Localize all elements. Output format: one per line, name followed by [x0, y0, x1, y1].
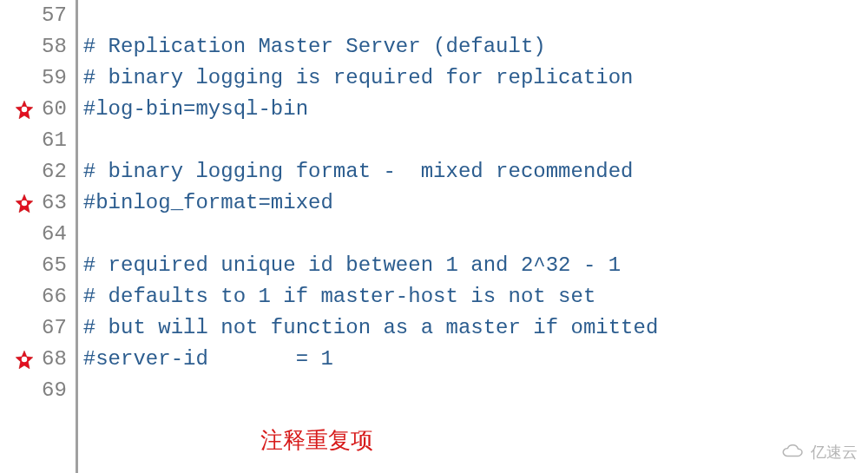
code-line[interactable]: [83, 0, 659, 31]
code-line[interactable]: # defaults to 1 if master-host is not se…: [83, 281, 659, 312]
line-number: 65: [42, 250, 67, 281]
watermark: 亿速云: [781, 442, 858, 463]
code-line[interactable]: [83, 125, 659, 156]
line-number: 68: [42, 344, 67, 375]
line-number: 67: [42, 312, 67, 344]
line-number: 57: [42, 0, 67, 31]
svg-point-1: [22, 200, 28, 207]
bookmark-star-icon[interactable]: [12, 192, 36, 216]
line-number: 63: [42, 187, 67, 219]
line-number: 64: [42, 219, 67, 250]
line-number: 66: [42, 281, 67, 312]
svg-point-2: [22, 357, 28, 363]
line-number: 60: [42, 94, 67, 125]
margin-line: [76, 0, 78, 473]
annotation-caption: 注释重复项: [260, 425, 373, 456]
svg-point-0: [22, 107, 28, 113]
line-number: 61: [42, 125, 67, 156]
code-line[interactable]: # but will not function as a master if o…: [83, 312, 659, 344]
code-line[interactable]: #server-id = 1: [83, 344, 659, 375]
bookmark-star-icon[interactable]: [12, 348, 36, 372]
cloud-icon: [781, 443, 807, 461]
code-line[interactable]: [83, 219, 659, 250]
line-number: 69: [42, 375, 67, 406]
code-line[interactable]: [83, 375, 659, 406]
watermark-text: 亿速云: [811, 442, 858, 463]
code-area[interactable]: # Replication Master Server (default) # …: [83, 0, 659, 473]
code-line[interactable]: #binlog_format=mixed: [83, 187, 659, 219]
code-line[interactable]: # binary logging is required for replica…: [83, 62, 659, 94]
line-number: 58: [42, 31, 67, 62]
code-line[interactable]: # required unique id between 1 and 2^32 …: [83, 250, 659, 281]
gutter-column: [0, 0, 42, 473]
line-number: 62: [42, 156, 67, 187]
line-number-gutter: 57 58 59 60 61 62 63 64 65 66 67 68 69: [42, 0, 70, 473]
code-editor: 57 58 59 60 61 62 63 64 65 66 67 68 69 #…: [0, 0, 868, 473]
code-line[interactable]: # binary logging format - mixed recommen…: [83, 156, 659, 187]
code-line[interactable]: #log-bin=mysql-bin: [83, 94, 659, 125]
line-number: 59: [42, 62, 67, 94]
bookmark-star-icon[interactable]: [12, 98, 36, 122]
code-line[interactable]: # Replication Master Server (default): [83, 31, 659, 62]
